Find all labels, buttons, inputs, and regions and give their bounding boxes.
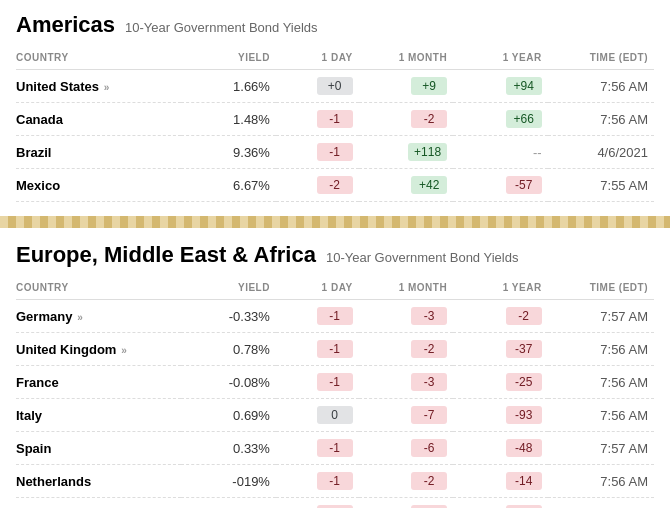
americas-header: Americas 10-Year Government Bond Yields [16,12,654,38]
month-badge: -3 [411,307,447,325]
col-header-1month-americas: 1 MONTH [359,48,454,70]
country-name[interactable]: Germany » [16,309,83,324]
yield-value: 0.33% [181,432,276,465]
day-change: -1 [276,465,359,498]
yield-value: -019% [181,465,276,498]
time-value: 7:56 AM [548,366,654,399]
emea-subtitle: 10-Year Government Bond Yields [326,250,518,265]
month-change: +9 [359,70,454,103]
table-row: Portugal0.22%-1-6-727:56 AM [16,498,654,509]
col-header-1month-emea: 1 MONTH [359,278,454,300]
time-value: 7:56 AM [548,70,654,103]
day-change: -1 [276,333,359,366]
year-badge: -37 [506,340,542,358]
country-name: France [16,375,59,390]
yield-value: 0.22% [181,498,276,509]
month-change: -6 [359,432,454,465]
year-change: -14 [453,465,548,498]
day-badge: -1 [317,439,353,457]
month-change: +118 [359,136,454,169]
link-arrow-icon: » [101,82,109,93]
col-header-time-americas: TIME (EDT) [548,48,654,70]
col-header-time-emea: TIME (EDT) [548,278,654,300]
month-badge: -3 [411,373,447,391]
emea-header: Europe, Middle East & Africa 10-Year Gov… [16,242,654,268]
year-change: -- [453,136,548,169]
month-badge: -2 [411,110,447,128]
time-value: 7:55 AM [548,169,654,202]
month-change: -7 [359,399,454,432]
yield-value: 9.36% [181,136,276,169]
table-row: United States »1.66%+0+9+947:56 AM [16,70,654,103]
yield-value: 6.67% [181,169,276,202]
emea-section: Europe, Middle East & Africa 10-Year Gov… [16,242,654,508]
day-badge: -1 [317,307,353,325]
month-change: -2 [359,103,454,136]
time-value: 7:57 AM [548,300,654,333]
day-badge: +0 [317,77,353,95]
day-badge: -1 [317,373,353,391]
year-badge: -14 [506,472,542,490]
month-change: -3 [359,300,454,333]
table-row: France-0.08%-1-3-257:56 AM [16,366,654,399]
month-badge: -2 [411,472,447,490]
table-row: Spain0.33%-1-6-487:57 AM [16,432,654,465]
col-header-1year-americas: 1 YEAR [453,48,548,70]
americas-table: COUNTRY YIELD 1 DAY 1 MONTH 1 YEAR TIME … [16,48,654,202]
day-badge: -1 [317,143,353,161]
yield-value: 0.69% [181,399,276,432]
country-name: Spain [16,441,51,456]
section-divider [0,216,670,228]
col-header-country-emea: COUNTRY [16,278,181,300]
day-badge: -2 [317,176,353,194]
year-badge: -93 [506,406,542,424]
time-value: 7:56 AM [548,399,654,432]
year-change: +66 [453,103,548,136]
yield-value: -0.33% [181,300,276,333]
table-row: Mexico6.67%-2+42-577:55 AM [16,169,654,202]
country-name[interactable]: United Kingdom » [16,342,127,357]
year-change: -37 [453,333,548,366]
month-change: -2 [359,465,454,498]
year-change: -72 [453,498,548,509]
month-change: -6 [359,498,454,509]
americas-subtitle: 10-Year Government Bond Yields [125,20,317,35]
year-change: +94 [453,70,548,103]
table-row: Brazil9.36%-1+118--4/6/2021 [16,136,654,169]
month-badge: +9 [411,77,447,95]
country-name[interactable]: United States » [16,79,109,94]
country-name: Canada [16,112,63,127]
col-header-1day-americas: 1 DAY [276,48,359,70]
col-header-1day-emea: 1 DAY [276,278,359,300]
year-badge: -25 [506,373,542,391]
day-change: -1 [276,432,359,465]
table-row: Germany »-0.33%-1-3-27:57 AM [16,300,654,333]
year-dash: -- [533,145,542,160]
year-badge: +94 [506,77,542,95]
time-value: 7:56 AM [548,498,654,509]
yield-value: 1.66% [181,70,276,103]
yield-value: 1.48% [181,103,276,136]
time-value: 7:56 AM [548,103,654,136]
year-change: -48 [453,432,548,465]
country-name: Brazil [16,145,51,160]
month-badge: +118 [408,143,447,161]
day-change: -1 [276,300,359,333]
col-header-yield-emea: YIELD [181,278,276,300]
month-badge: -6 [411,439,447,457]
time-value: 4/6/2021 [548,136,654,169]
month-badge: +42 [411,176,447,194]
year-badge: -48 [506,439,542,457]
emea-header-row: COUNTRY YIELD 1 DAY 1 MONTH 1 YEAR TIME … [16,278,654,300]
day-change: -1 [276,498,359,509]
day-change: -1 [276,136,359,169]
time-value: 7:56 AM [548,465,654,498]
year-change: -57 [453,169,548,202]
col-header-1year-emea: 1 YEAR [453,278,548,300]
year-change: -25 [453,366,548,399]
day-badge: 0 [317,406,353,424]
country-name: Mexico [16,178,60,193]
year-badge: -57 [506,176,542,194]
month-change: +42 [359,169,454,202]
time-value: 7:57 AM [548,432,654,465]
